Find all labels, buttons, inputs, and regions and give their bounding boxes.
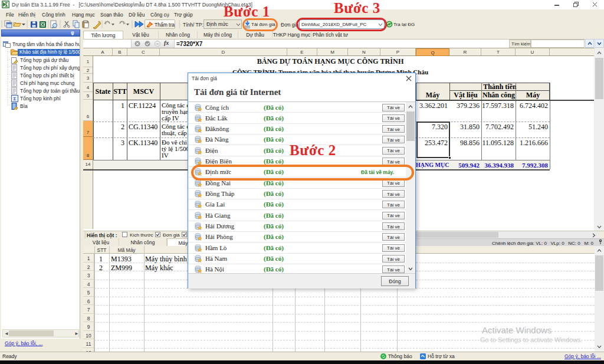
- svg-text:Σ: Σ: [14, 96, 17, 101]
